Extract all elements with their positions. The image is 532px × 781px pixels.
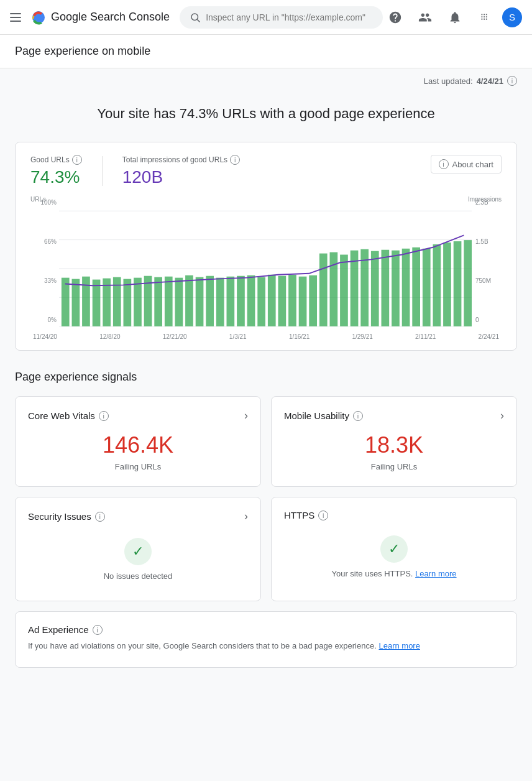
app-title: Google Search Console — [51, 11, 170, 24]
signals-title: Page experience signals — [15, 371, 517, 384]
core-web-vitals-header: Core Web Vitals i › — [28, 409, 248, 422]
help-icon[interactable] — [383, 5, 408, 30]
svg-rect-25 — [237, 276, 245, 326]
mobile-usability-card: Mobile Usability i › 18.3K Failing URLs — [271, 396, 517, 487]
chart-card: Good URLs i 74.3% Total impressions of g… — [15, 142, 517, 351]
https-check-icon: ✓ — [388, 541, 400, 557]
chart-metrics: Good URLs i 74.3% Total impressions of g… — [30, 155, 502, 187]
avatar[interactable]: S — [502, 7, 522, 27]
mobile-usability-title: Mobile Usability i — [284, 410, 363, 421]
mobile-usability-sub-label: Failing URLs — [284, 462, 504, 471]
last-updated-label: Last updated: — [424, 76, 473, 86]
x-label-1: 11/24/20 — [33, 333, 57, 340]
core-web-vitals-sub-label: Failing URLs — [28, 462, 248, 471]
ad-experience-info-icon[interactable]: i — [93, 625, 103, 635]
svg-rect-15 — [134, 278, 142, 326]
core-web-vitals-info-icon[interactable]: i — [99, 411, 109, 421]
chart-wrapper: URLs Impressions — [30, 197, 502, 340]
ad-experience-learn-more-link[interactable]: Learn more — [378, 641, 420, 650]
x-label-7: 2/11/21 — [415, 333, 436, 340]
security-issues-check-circle: ✓ — [124, 538, 152, 565]
core-web-vitals-card: Core Web Vitals i › 146.4K Failing URLs — [15, 396, 261, 487]
search-bar[interactable] — [180, 6, 383, 29]
last-updated-info-icon[interactable]: i — [507, 76, 517, 86]
app-header: Google Search Console S — [0, 0, 532, 35]
mobile-usability-header: Mobile Usability i › — [284, 409, 504, 422]
security-issues-check: ✓ No issues detected — [28, 533, 248, 586]
metric-divider — [102, 156, 103, 186]
about-chart-button[interactable]: i About chart — [431, 155, 502, 173]
svg-rect-30 — [288, 275, 296, 326]
svg-rect-40 — [392, 251, 400, 326]
security-issues-header: Security Issues i › — [28, 510, 248, 523]
svg-rect-21 — [196, 277, 204, 326]
good-urls-metric: Good URLs i 74.3% — [30, 155, 82, 187]
mobile-usability-arrow[interactable]: › — [500, 409, 504, 422]
signals-section: Page experience signals Core Web Vitals … — [15, 371, 517, 668]
y-left-100: 100% — [30, 199, 57, 206]
svg-rect-23 — [216, 278, 224, 326]
google-logo-icon — [31, 10, 46, 25]
https-card: HTTPS i ✓ Your site uses HTTPS. Learn mo… — [271, 497, 517, 601]
mobile-usability-info-icon[interactable]: i — [353, 411, 363, 421]
svg-rect-43 — [423, 249, 431, 326]
user-management-icon[interactable] — [413, 5, 438, 30]
core-web-vitals-arrow[interactable]: › — [244, 409, 248, 422]
https-info-icon[interactable]: i — [318, 511, 328, 520]
svg-rect-46 — [454, 241, 462, 326]
https-check-circle: ✓ — [380, 535, 408, 563]
y-left-66: 66% — [30, 238, 57, 245]
last-updated-date: 4/24/21 — [477, 76, 503, 86]
mobile-usability-number: 18.3K — [284, 432, 504, 458]
y-left-0: 0% — [30, 317, 57, 323]
y-right-0: 0 — [475, 317, 502, 323]
x-label-5: 1/16/21 — [289, 333, 310, 340]
menu-icon[interactable] — [10, 13, 21, 22]
impressions-metric: Total impressions of good URLs i 120B — [122, 155, 240, 187]
notifications-icon[interactable] — [443, 5, 467, 30]
hero-headline: Your site has 74.3% URLs with a good pag… — [15, 91, 517, 142]
https-learn-more-link[interactable]: Learn more — [415, 569, 456, 578]
page-title-bar: Page experience on mobile — [0, 35, 532, 68]
svg-rect-9 — [72, 279, 80, 326]
good-urls-value: 74.3% — [30, 167, 82, 187]
y-right-750m: 750M — [475, 277, 502, 284]
good-urls-label: Good URLs i — [30, 155, 82, 165]
svg-rect-39 — [382, 250, 390, 326]
y-right-2.3b: 2.3B — [475, 199, 502, 206]
security-issues-check-icon: ✓ — [132, 543, 144, 560]
ad-experience-title: Ad Experience i — [28, 624, 504, 635]
svg-rect-19 — [175, 278, 183, 326]
svg-rect-45 — [443, 243, 451, 326]
impressions-info-icon[interactable]: i — [230, 155, 240, 165]
page-title: Page experience on mobile — [15, 45, 517, 58]
ad-experience-body: If you have ad violations on your site, … — [28, 640, 504, 652]
svg-rect-27 — [257, 277, 265, 326]
y-left-33: 33% — [30, 277, 57, 284]
svg-rect-11 — [93, 280, 101, 326]
svg-rect-38 — [371, 251, 379, 326]
x-axis-labels: 11/24/20 12/8/20 12/21/20 1/3/21 1/16/21… — [30, 333, 502, 340]
main-content: Last updated: 4/24/21 i Your site has 74… — [0, 68, 532, 693]
url-search-input[interactable] — [206, 12, 373, 22]
x-label-4: 1/3/21 — [229, 333, 247, 340]
about-chart-info-icon: i — [439, 159, 449, 169]
y-right-1.5b: 1.5B — [475, 238, 502, 245]
svg-rect-22 — [206, 276, 214, 326]
svg-rect-35 — [340, 255, 348, 326]
core-web-vitals-number: 146.4K — [28, 432, 248, 458]
impressions-label: Total impressions of good URLs i — [122, 155, 240, 165]
svg-rect-47 — [464, 240, 472, 326]
svg-rect-20 — [185, 275, 193, 326]
x-label-6: 1/29/21 — [352, 333, 372, 340]
good-urls-info-icon[interactable]: i — [72, 155, 82, 165]
svg-rect-42 — [412, 247, 420, 326]
ad-experience-section: Ad Experience i If you have ad violation… — [15, 611, 517, 668]
signals-grid: Core Web Vitals i › 146.4K Failing URLs … — [15, 396, 517, 601]
https-title: HTTPS i — [284, 510, 328, 520]
apps-icon[interactable] — [472, 5, 497, 30]
app-logo: Google Search Console — [31, 10, 170, 25]
security-issues-info-icon[interactable]: i — [95, 512, 105, 522]
svg-rect-31 — [299, 277, 307, 326]
security-issues-arrow[interactable]: › — [244, 510, 248, 523]
